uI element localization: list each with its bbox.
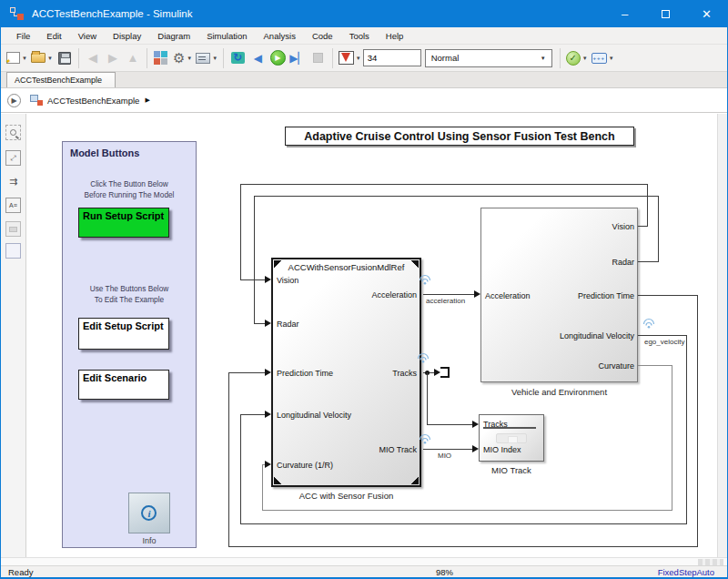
vertical-scrollbar[interactable] — [717, 114, 727, 557]
tab-acctestbenchexample[interactable]: ACCTestBenchExample — [6, 72, 116, 87]
wire-ego-velocity[interactable] — [240, 414, 241, 523]
panel-title: Model Buttons — [70, 147, 139, 158]
arrowhead-icon — [472, 445, 479, 452]
close-button[interactable]: ✕ — [686, 0, 727, 27]
wire-ego-velocity[interactable] — [240, 414, 266, 415]
wire-mio[interactable] — [423, 449, 472, 450]
wire-vision[interactable] — [240, 279, 266, 280]
wire-acceleration[interactable] — [423, 294, 474, 295]
acc-with-sensor-fusion-block[interactable]: ACCWithSensorFusionMdlRef Vision Radar P… — [271, 258, 421, 487]
wire-tracks-branch[interactable] — [427, 424, 472, 425]
wire-curvature[interactable] — [672, 365, 672, 510]
veh-output-radar: Radar — [612, 258, 634, 267]
stop-time-input[interactable] — [363, 49, 421, 66]
image-annotation-icon[interactable] — [5, 221, 21, 237]
model-icon — [30, 95, 43, 106]
status-solver[interactable]: FixedStepAuto — [658, 567, 714, 577]
new-model-button[interactable]: ✦▼ — [5, 47, 29, 69]
toolbar: ✦▼ ▼ ◀ ▶ ▲ ⚙▼ ▼ ↻ ◀ ▶ ▶▏ ▼ Normal ▼ ✓▼ +… — [1, 45, 727, 72]
model-buttons-panel: Model Buttons Click The Button Below Bef… — [62, 141, 197, 548]
up-button[interactable]: ▲ — [123, 47, 143, 69]
run-setup-script-button[interactable]: Run Setup Script — [78, 208, 169, 238]
model-configuration-button[interactable]: ⚙▼ — [171, 47, 194, 69]
step-back-button[interactable]: ◀ — [248, 47, 268, 69]
signal-label-ego-velocity[interactable]: ego_velocity — [644, 338, 684, 346]
nav-circle-button[interactable]: ▶ — [7, 94, 21, 107]
edit-setup-script-button[interactable]: Edit Setup Script — [78, 318, 169, 350]
wire-prediction-time[interactable] — [697, 295, 698, 546]
signal-label-mio[interactable]: MIO — [438, 452, 451, 460]
breadcrumb[interactable]: ACCTestBenchExample — [47, 96, 139, 106]
model-data-editor-button[interactable]: ▼ — [194, 47, 219, 69]
menu-simulation[interactable]: Simulation — [198, 29, 255, 43]
wire-ego-velocity[interactable] — [240, 523, 687, 524]
area-box-icon[interactable] — [5, 243, 21, 259]
maximize-button[interactable] — [645, 0, 686, 27]
horizontal-scrollbar[interactable] — [1, 557, 727, 565]
wire-radar[interactable] — [658, 196, 659, 261]
list-icon — [196, 53, 210, 64]
wire-prediction-time[interactable] — [638, 295, 698, 296]
simulation-mode-select[interactable]: Normal ▼ — [425, 49, 552, 67]
forward-button[interactable]: ▶ — [103, 47, 123, 69]
model-advisor-button[interactable]: ✓▼ — [564, 47, 590, 69]
veh-output-prediction-time: Prediction Time — [578, 291, 634, 300]
signal-label-acceleration[interactable]: acceleration — [426, 297, 465, 305]
info-block[interactable]: i — [128, 493, 170, 533]
menu-diagram[interactable]: Diagram — [149, 29, 198, 43]
menu-display[interactable]: Display — [105, 29, 149, 43]
update-diagram-button[interactable]: ↻ — [228, 47, 248, 69]
menu-code[interactable]: Code — [304, 29, 341, 43]
wire-prediction-time[interactable] — [228, 372, 229, 546]
wire-prediction-time[interactable] — [228, 546, 698, 547]
library-browser-icon — [154, 51, 167, 65]
wire-vision[interactable] — [638, 226, 648, 227]
fit-to-view-icon[interactable]: ⤢ — [5, 150, 21, 166]
wire-prediction-time[interactable] — [228, 372, 266, 373]
minimize-button[interactable]: – — [604, 0, 645, 27]
menu-edit[interactable]: Edit — [38, 29, 69, 43]
signal-logging-icon — [419, 433, 431, 444]
build-model-button[interactable]: +++▼ — [590, 47, 616, 69]
zoom-icon[interactable] — [5, 125, 21, 140]
menu-file[interactable]: File — [8, 29, 38, 43]
wire-vision[interactable] — [240, 184, 241, 279]
wire-curvature[interactable] — [262, 510, 672, 511]
run-button[interactable]: ▶ — [268, 47, 288, 69]
wire-radar[interactable] — [254, 196, 659, 197]
wire-vision[interactable] — [240, 184, 648, 185]
edit-scenario-button[interactable]: Edit Scenario — [78, 370, 169, 400]
wire-tracks-branch[interactable] — [427, 372, 428, 424]
stepping-options-button[interactable]: ▼ — [337, 47, 363, 69]
wire-radar[interactable] — [638, 261, 659, 262]
wire-curvature[interactable] — [262, 464, 263, 510]
wire-radar[interactable] — [254, 196, 255, 323]
library-browser-button[interactable] — [151, 47, 171, 69]
vehicle-and-environment-block[interactable]: Acceleration Vision Radar Prediction Tim… — [480, 208, 638, 382]
save-icon — [58, 52, 71, 65]
stop-button[interactable] — [308, 47, 329, 69]
menu-tools[interactable]: Tools — [341, 29, 378, 43]
signal-routing-icon[interactable]: ⇉ — [5, 174, 21, 189]
diagram-canvas[interactable]: Adaptive Cruise Control Using Sensor Fus… — [26, 114, 717, 557]
breadcrumb-bar: ▶ ACCTestBenchExample ▶ — [1, 88, 727, 113]
annotation-icon[interactable]: A≡ — [5, 198, 21, 213]
menu-help[interactable]: Help — [378, 29, 412, 43]
resize-grip[interactable] — [698, 559, 723, 565]
menu-view[interactable]: View — [70, 29, 105, 43]
stepping-options-icon — [339, 51, 354, 65]
build-icon: +++ — [592, 53, 607, 64]
mio-track-block[interactable]: Tracks MIO Index — [479, 414, 544, 462]
menu-analysis[interactable]: Analysis — [256, 29, 304, 43]
back-button[interactable]: ◀ — [83, 47, 103, 69]
wire-ego-velocity[interactable] — [638, 335, 687, 336]
signal-logging-icon — [417, 352, 430, 363]
wire-vision[interactable] — [647, 184, 648, 226]
step-forward-button[interactable]: ▶▏ — [288, 47, 308, 69]
open-button[interactable]: ▼ — [29, 47, 55, 69]
save-button[interactable] — [55, 47, 75, 69]
wire-curvature[interactable] — [638, 365, 672, 366]
wire-ego-velocity[interactable] — [686, 335, 687, 523]
terminator-block[interactable] — [440, 367, 450, 378]
tool-palette: ⤢ ⇉ A≡ — [1, 114, 26, 557]
